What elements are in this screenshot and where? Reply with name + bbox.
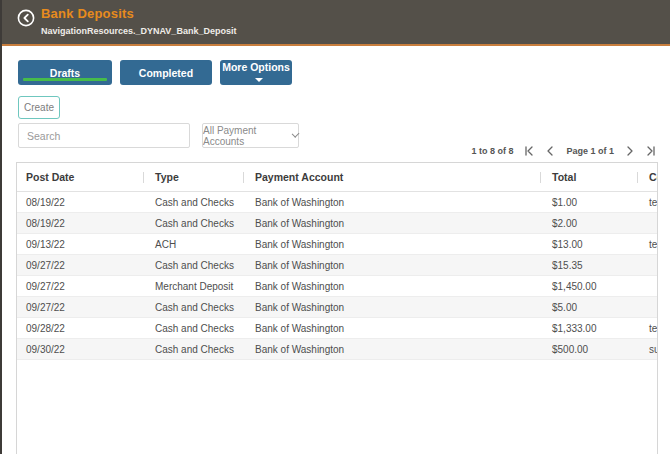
table-cell: Bank of Washington (243, 302, 540, 313)
payment-account-filter[interactable]: All Payment Accounts (202, 123, 299, 148)
table-cell: $500.00 (540, 344, 637, 355)
table-cell: Cash and Checks (143, 218, 243, 229)
more-options-label: More Options (222, 61, 290, 73)
table-cell: Merchant Deposit (143, 281, 243, 292)
payment-account-filter-value: All Payment Accounts (203, 125, 288, 147)
table-cell: Cash and Checks (143, 197, 243, 208)
tab-drafts[interactable]: Drafts (18, 60, 112, 85)
table-cell: $13.00 (540, 239, 637, 250)
table-body: 08/19/22Cash and ChecksBank of Washingto… (17, 192, 657, 360)
table-cell: $2.00 (540, 218, 637, 229)
table-cell: Cash and Checks (143, 323, 243, 334)
table-row[interactable]: 09/28/22Cash and ChecksBank of Washingto… (17, 318, 657, 339)
column-header[interactable]: Total (540, 171, 637, 183)
next-page-icon[interactable] (625, 146, 635, 156)
table-cell: 09/27/22 (17, 281, 143, 292)
pagination: 1 to 8 of 8 Page 1 of 1 (471, 144, 656, 158)
table-cell: $1,450.00 (540, 281, 637, 292)
table-cell: $5.00 (540, 302, 637, 313)
last-page-icon[interactable] (646, 146, 656, 156)
table-cell: ACH (143, 239, 243, 250)
table-cell: Bank of Washington (243, 344, 540, 355)
column-header[interactable]: Post Date (17, 171, 143, 183)
table-cell: 09/13/22 (17, 239, 143, 250)
table-cell: Bank of Washington (243, 197, 540, 208)
bank-deposits-page: { "header": { "title": "Bank Deposits", … (0, 0, 670, 454)
caret-down-icon (255, 78, 263, 82)
table-cell: Bank of Washington (243, 218, 540, 229)
table-cell: Bank of Washington (243, 260, 540, 271)
table-cell: Bank of Washington (243, 239, 540, 250)
table-cell: Bank of Washington (243, 281, 540, 292)
more-options-button[interactable]: More Options (220, 60, 292, 85)
search-input[interactable] (18, 123, 190, 148)
previous-page-icon[interactable] (545, 146, 555, 156)
table-cell: Cash and Checks (143, 344, 243, 355)
table-cell: test (637, 197, 657, 208)
chevron-down-icon (291, 130, 299, 138)
table-header-row: Post DateTypePayment AccountTotalComment… (17, 163, 657, 192)
table-cell: 08/19/22 (17, 218, 143, 229)
table-cell: Cash and Checks (143, 302, 243, 313)
table-cell: $15.35 (540, 260, 637, 271)
table-row[interactable]: 09/27/22Cash and ChecksBank of Washingto… (17, 255, 657, 276)
active-tab-indicator (23, 78, 107, 81)
table-cell: Bank of Washington (243, 323, 540, 334)
table-row[interactable]: 09/27/22Merchant DepositBank of Washingt… (17, 276, 657, 297)
tab-completed-label: Completed (139, 67, 193, 79)
table-row[interactable]: 09/13/22ACHBank of Washington$13.00test (17, 234, 657, 255)
pagination-page: Page 1 of 1 (566, 146, 614, 156)
table-cell: Cash and Checks (143, 260, 243, 271)
table-cell: 08/19/22 (17, 197, 143, 208)
back-icon[interactable] (17, 9, 35, 27)
app-header: Bank Deposits NavigationResources._DYNAV… (2, 0, 670, 46)
first-page-icon[interactable] (524, 146, 534, 156)
table-row[interactable]: 09/30/22Cash and ChecksBank of Washingto… (17, 339, 657, 360)
page-title: Bank Deposits (41, 6, 134, 21)
table-cell: $1,333.00 (540, 323, 637, 334)
table-cell: sup (637, 344, 657, 355)
table-cell: test (637, 323, 657, 334)
column-header[interactable]: Payment Account (243, 171, 540, 183)
breadcrumb: NavigationResources._DYNAV_Bank_Deposit (41, 26, 236, 36)
table-cell: $1.00 (540, 197, 637, 208)
table-cell: 09/28/22 (17, 323, 143, 334)
table-row[interactable]: 09/27/22Cash and ChecksBank of Washingto… (17, 297, 657, 318)
pagination-range: 1 to 8 of 8 (471, 146, 513, 156)
deposits-table: Post DateTypePayment AccountTotalComment… (16, 162, 658, 454)
column-header[interactable]: Type (143, 171, 243, 183)
table-row[interactable]: 08/19/22Cash and ChecksBank of Washingto… (17, 192, 657, 213)
tab-completed[interactable]: Completed (120, 60, 212, 85)
table-cell: 09/30/22 (17, 344, 143, 355)
table-cell: 09/27/22 (17, 302, 143, 313)
column-header[interactable]: Comments (637, 171, 657, 183)
tab-drafts-label: Drafts (50, 67, 80, 79)
table-cell: 09/27/22 (17, 260, 143, 271)
table-row[interactable]: 08/19/22Cash and ChecksBank of Washingto… (17, 213, 657, 234)
create-button[interactable]: Create (18, 96, 60, 119)
table-cell: test (637, 239, 657, 250)
